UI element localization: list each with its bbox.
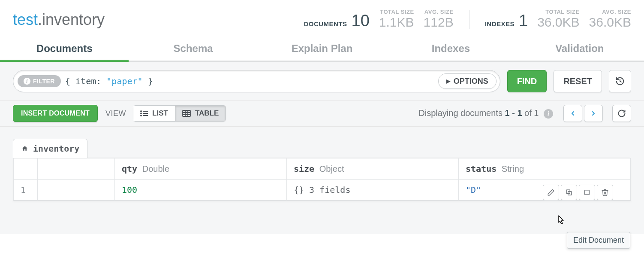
indexes-label: INDEXES	[485, 20, 515, 27]
indexes-count: 1	[519, 12, 528, 29]
data-table: qty Double size Object status String 1 1…	[13, 158, 631, 201]
namespace-title: test.inventory	[13, 11, 105, 29]
options-label: OPTIONS	[454, 77, 488, 86]
collection-breadcrumb-tab[interactable]: inventory	[13, 139, 87, 158]
content-area: inventory qty Double size Object status …	[0, 127, 644, 234]
chevron-right-icon	[590, 110, 597, 117]
view-label: VIEW	[105, 109, 126, 118]
history-button[interactable]	[609, 70, 631, 92]
cell-size[interactable]: {} 3 fields	[287, 180, 459, 201]
display-summary: Displaying documents 1 - 1 of 1 i	[418, 108, 553, 119]
tab-indexes[interactable]: Indexes	[386, 37, 515, 61]
tab-validation[interactable]: Validation	[515, 37, 644, 61]
doc-avg-size: AVG. SIZE 112B	[424, 9, 454, 29]
history-icon	[615, 76, 625, 86]
row-expand-cell[interactable]	[38, 180, 115, 201]
reset-button[interactable]: RESET	[554, 70, 602, 92]
trash-icon	[601, 189, 609, 196]
info-icon[interactable]: i	[544, 109, 553, 119]
documents-count-block: DOCUMENTS 10	[304, 12, 369, 29]
documents-count: 10	[352, 12, 370, 29]
doc-total-size-value: 1.1KB	[379, 16, 414, 29]
insert-document-button[interactable]: INSERT DOCUMENT	[13, 105, 98, 122]
doc-avg-size-label: AVG. SIZE	[424, 9, 454, 15]
tab-documents[interactable]: Documents	[0, 37, 129, 61]
refresh-icon	[617, 109, 626, 118]
idx-total-size-value: 36.0KB	[537, 16, 579, 29]
tab-explain-plan[interactable]: Explain Plan	[258, 37, 386, 61]
doc-avg-size-value: 112B	[424, 16, 454, 29]
view-toggle: LIST TABLE	[133, 105, 226, 122]
chevron-left-icon	[569, 110, 576, 117]
cell-status[interactable]: "D"	[459, 180, 631, 201]
svg-rect-13	[585, 190, 590, 195]
view-table-label: TABLE	[195, 109, 219, 118]
display-range: 1 - 1	[505, 108, 522, 118]
prev-page-button[interactable]	[563, 105, 582, 122]
row-number-header	[14, 158, 38, 180]
collection-breadcrumb-label: inventory	[33, 143, 79, 154]
idx-total-size-label: TOTAL SIZE	[537, 9, 579, 15]
next-page-button[interactable]	[584, 105, 603, 122]
table-header-row: qty Double size Object status String	[14, 158, 631, 180]
view-list-button[interactable]: LIST	[133, 105, 175, 122]
collection-name: inventory	[42, 11, 105, 28]
filter-badge: i FILTER	[18, 75, 61, 87]
svg-point-2	[140, 113, 142, 114]
tooltip-edit-document: Edit Document	[567, 232, 630, 234]
svg-rect-5	[143, 115, 148, 116]
filter-input[interactable]: { item: "paper" }	[65, 76, 496, 86]
pencil-icon	[547, 189, 555, 196]
home-icon	[21, 145, 29, 152]
clone-document-button[interactable]	[579, 185, 595, 200]
row-number: 1	[14, 180, 38, 201]
pager	[563, 105, 603, 122]
stats-bar: DOCUMENTS 10 TOTAL SIZE 1.1KB AVG. SIZE …	[304, 9, 631, 29]
options-button[interactable]: ▶ OPTIONS	[438, 73, 497, 89]
column-header-size[interactable]: size Object	[287, 158, 459, 180]
idx-avg-size-label: AVG. SIZE	[589, 9, 631, 15]
documents-metrics: DOCUMENTS 10 TOTAL SIZE 1.1KB AVG. SIZE …	[304, 9, 453, 29]
find-button[interactable]: FIND	[507, 70, 547, 92]
documents-toolbar: INSERT DOCUMENT VIEW LIST TABLE Displayi…	[0, 101, 644, 127]
svg-point-4	[140, 115, 142, 116]
filter-input-wrap[interactable]: i FILTER { item: "paper" } ▶ OPTIONS	[13, 70, 500, 92]
svg-rect-3	[143, 113, 148, 114]
documents-label: DOCUMENTS	[304, 20, 347, 27]
query-bar: i FILTER { item: "paper" } ▶ OPTIONS FIN…	[0, 62, 644, 101]
idx-total-size: TOTAL SIZE 36.0KB	[537, 9, 579, 29]
row-actions	[541, 185, 615, 200]
column-header-qty[interactable]: qty Double	[115, 158, 287, 180]
refresh-button[interactable]	[612, 105, 631, 122]
list-icon	[140, 110, 148, 116]
tab-schema[interactable]: Schema	[129, 37, 257, 61]
filter-badge-label: FILTER	[33, 78, 55, 85]
copy-document-button[interactable]	[561, 185, 577, 200]
svg-rect-6	[183, 110, 190, 116]
expand-column-header	[38, 158, 115, 180]
db-name: test	[13, 11, 38, 28]
cell-qty[interactable]: 100	[115, 180, 287, 201]
delete-document-button[interactable]	[597, 185, 613, 200]
svg-rect-1	[143, 111, 148, 112]
copy-icon	[565, 189, 573, 196]
idx-avg-size: AVG. SIZE 36.0KB	[589, 9, 631, 29]
column-header-status[interactable]: status String	[459, 158, 631, 180]
indexes-count-block: INDEXES 1	[485, 12, 528, 29]
indexes-metrics: INDEXES 1 TOTAL SIZE 36.0KB AVG. SIZE 36…	[485, 9, 631, 29]
display-total: 1	[534, 108, 539, 118]
edit-document-button[interactable]	[543, 185, 559, 200]
info-icon: i	[24, 78, 30, 85]
svg-point-0	[140, 110, 142, 112]
view-table-button[interactable]: TABLE	[175, 105, 226, 122]
table-row[interactable]: 1 100 {} 3 fields "D"	[14, 180, 631, 201]
idx-avg-size-value: 36.0KB	[589, 16, 631, 29]
doc-total-size-label: TOTAL SIZE	[379, 9, 414, 15]
tab-bar: Documents Schema Explain Plan Indexes Va…	[0, 37, 644, 62]
caret-right-icon: ▶	[446, 78, 450, 84]
clone-icon	[583, 189, 591, 196]
header: test.inventory DOCUMENTS 10 TOTAL SIZE 1…	[0, 0, 644, 34]
stats-divider	[469, 10, 469, 29]
doc-total-size: TOTAL SIZE 1.1KB	[379, 9, 414, 29]
view-list-label: LIST	[152, 109, 168, 118]
